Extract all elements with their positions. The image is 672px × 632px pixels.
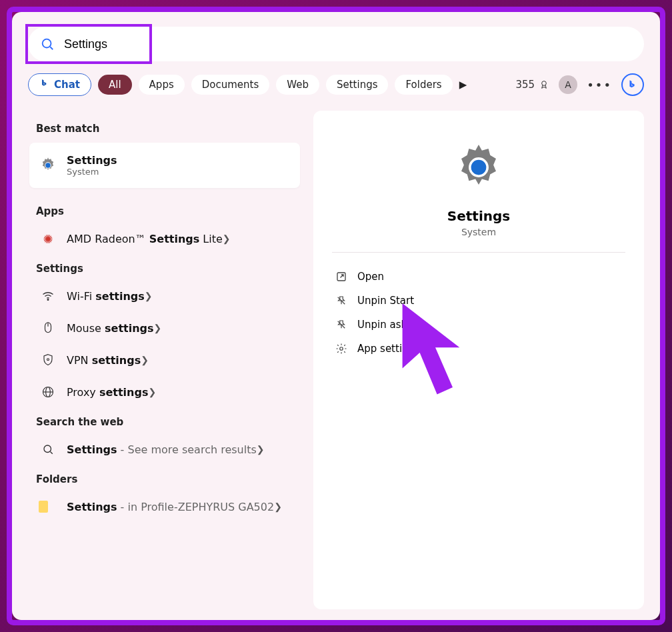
- chevron-right-icon: ❯: [223, 233, 231, 244]
- action-app-settings[interactable]: App settings: [332, 337, 625, 361]
- best-match-item[interactable]: Settings System: [29, 143, 300, 188]
- result-preview: Settings System Open Unpin Start: [313, 111, 644, 609]
- action-label: Unpin askbar: [357, 319, 423, 331]
- chevron-right-icon: ❯: [257, 444, 265, 455]
- bing-icon: [39, 78, 50, 91]
- section-folders: Folders: [29, 465, 300, 491]
- bing-chat-button[interactable]: [621, 73, 644, 96]
- chevron-right-icon: ❯: [154, 323, 162, 333]
- avatar[interactable]: A: [559, 75, 577, 94]
- folder-icon: [39, 497, 57, 516]
- unpin-icon: [335, 318, 348, 331]
- result-title: Wi-Fi settings: [67, 290, 145, 303]
- chevron-right-icon: ❯: [145, 291, 153, 301]
- wifi-icon: [39, 287, 57, 305]
- svg-point-19: [340, 347, 343, 351]
- result-proxy-settings[interactable]: Proxy settings ❯: [29, 376, 300, 408]
- action-unpin-taskbar[interactable]: Unpin askbar: [332, 313, 625, 337]
- section-web: Search the web: [29, 408, 300, 433]
- tab-chat[interactable]: Chat: [28, 73, 91, 96]
- result-amd-settings[interactable]: ✺ AMD Radeon™ Settings Lite ❯: [29, 223, 300, 255]
- tab-label: Chat: [54, 79, 80, 91]
- result-title: Settings - in Profile-ZEPHYRUS GA502: [67, 501, 274, 513]
- tab-all[interactable]: All: [98, 75, 132, 95]
- search-bar[interactable]: [28, 27, 644, 61]
- section-apps: Apps: [29, 197, 300, 223]
- result-folder[interactable]: Settings - in Profile-ZEPHYRUS GA502 ❯: [29, 491, 300, 523]
- more-filters-icon[interactable]: ▶: [459, 79, 467, 91]
- shield-icon: [39, 351, 57, 369]
- result-title: Settings: [67, 154, 291, 167]
- results-area: Best match Settings System Apps ✺ AMD Ra…: [28, 111, 644, 609]
- result-title: Mouse settings: [67, 322, 154, 335]
- svg-point-7: [47, 359, 49, 361]
- result-title: AMD Radeon™ Settings Lite: [67, 233, 223, 245]
- svg-point-13: [471, 160, 487, 175]
- section-settings: Settings: [29, 255, 300, 280]
- result-title: Settings - See more search results: [67, 443, 257, 456]
- open-icon: [335, 270, 348, 283]
- gear-icon: [39, 156, 57, 175]
- preview-subtitle: System: [461, 227, 496, 237]
- tab-settings[interactable]: Settings: [326, 75, 389, 95]
- filter-row: Chat All Apps Documents Web Settings Fol…: [28, 73, 644, 96]
- result-title: Proxy settings: [67, 386, 148, 399]
- svg-point-0: [43, 39, 51, 48]
- section-best-match: Best match: [29, 115, 300, 140]
- result-subtitle: System: [67, 167, 291, 177]
- chevron-right-icon: ❯: [274, 501, 282, 512]
- svg-point-11: [44, 445, 51, 453]
- svg-line-1: [50, 47, 53, 49]
- result-title: VPN settings: [67, 354, 141, 367]
- globe-icon: [39, 383, 57, 401]
- result-mouse-settings[interactable]: Mouse settings ❯: [29, 312, 300, 344]
- gear-icon: [335, 342, 348, 355]
- action-label: Unpin Start: [357, 295, 414, 307]
- medal-icon: [539, 79, 549, 90]
- action-open[interactable]: Open: [332, 265, 625, 289]
- result-vpn-settings[interactable]: VPN settings ❯: [29, 344, 300, 376]
- tab-documents[interactable]: Documents: [191, 75, 270, 95]
- action-unpin-start[interactable]: Unpin Start: [332, 289, 625, 313]
- search-panel: Chat All Apps Documents Web Settings Fol…: [12, 12, 660, 620]
- result-wifi-settings[interactable]: Wi-Fi settings ❯: [29, 280, 300, 312]
- gear-icon: [453, 141, 505, 196]
- mouse-icon: [39, 319, 57, 337]
- amd-icon: ✺: [39, 229, 57, 248]
- svg-point-2: [542, 81, 547, 86]
- rewards-points[interactable]: 355: [516, 79, 550, 91]
- search-input[interactable]: [64, 37, 632, 51]
- tab-folders[interactable]: Folders: [395, 75, 452, 95]
- chevron-right-icon: ❯: [141, 355, 149, 365]
- svg-point-3: [45, 163, 50, 167]
- svg-line-12: [50, 451, 52, 453]
- unpin-icon: [335, 294, 348, 307]
- result-web-search[interactable]: Settings - See more search results ❯: [29, 433, 300, 465]
- chevron-right-icon: ❯: [148, 387, 156, 397]
- search-icon: [39, 440, 57, 459]
- search-icon: [40, 37, 55, 51]
- more-options-icon[interactable]: •••: [587, 78, 612, 92]
- tab-apps[interactable]: Apps: [139, 75, 185, 95]
- preview-title: Settings: [447, 208, 510, 224]
- results-list: Best match Settings System Apps ✺ AMD Ra…: [28, 111, 301, 609]
- tab-web[interactable]: Web: [276, 75, 319, 95]
- svg-point-4: [47, 299, 49, 301]
